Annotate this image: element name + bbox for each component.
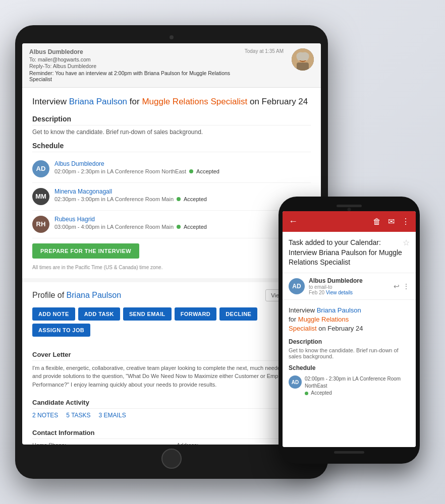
phone-device: ← 🗑 ✉ ⋮ ☆ Task added to your Calendar: I… <box>279 197 420 464</box>
email-reminder: Reminder: You have an interview at 2:00p… <box>29 70 245 82</box>
email-timestamp: Today at 1:35 AM <box>245 48 284 54</box>
email-icon[interactable]: ✉ <box>388 217 395 226</box>
accepted-dot-3 <box>177 225 181 229</box>
profile-candidate-link[interactable]: Briana Paulson <box>67 291 122 299</box>
job-title-link[interactable]: Muggle Relations Specialist <box>142 97 247 106</box>
back-icon[interactable]: ← <box>289 216 298 227</box>
view-details-link[interactable]: View details <box>326 290 353 295</box>
svg-rect-4 <box>297 62 309 71</box>
timezone-note: All times are in the Pacific Time (US & … <box>32 265 311 270</box>
forward-button[interactable]: FORWARD <box>175 307 216 321</box>
schedule-time-2: 02:30pm - 3:00pm in LA Conference Room M… <box>54 196 311 202</box>
decline-button[interactable]: DECLINE <box>219 307 257 321</box>
accepted-dot-2 <box>177 197 181 201</box>
activity-section: Candidate Activity 2 NOTES 5 TASKS 3 EMA… <box>22 395 321 425</box>
schedule-label: Schedule <box>32 142 311 152</box>
schedule-item-2: MM Minerva Macgonagall 02:30pm - 3:00pm … <box>32 183 311 211</box>
toolbar-right-icons: 🗑 ✉ ⋮ <box>373 217 410 226</box>
assign-to-job-button[interactable]: ASSIGN TO JOB <box>32 324 90 337</box>
sender-avatar <box>292 48 314 71</box>
email-to: To: mailer@hogwarts.com <box>29 56 245 62</box>
phone-accepted-dot <box>305 392 308 395</box>
star-icon[interactable]: ☆ <box>403 238 410 247</box>
delete-icon[interactable]: 🗑 <box>373 217 381 226</box>
cover-letter-text: I'm a flexible, energetic, collaborative… <box>32 364 311 389</box>
schedule-avatar-1: AD <box>32 160 49 177</box>
schedule-info-3: Rubeus Hagrid 03:00pm - 4:00pm in LA Con… <box>54 216 311 230</box>
phone-speaker <box>337 205 362 207</box>
schedule-time-1: 02:00pm - 2:30pm in LA Conference Room N… <box>54 168 311 174</box>
phone-sender-meta: to email-to Feb 20 View details <box>309 284 390 295</box>
phone-home-bar[interactable] <box>334 451 364 454</box>
phone-body: Interview Briana Paulson for Muggle Rela… <box>283 300 416 406</box>
notes-link[interactable]: 2 NOTES <box>32 412 58 419</box>
profile-header: Profile of Briana Paulson View Resume <box>32 289 311 301</box>
more-icon[interactable]: ⋮ <box>402 217 410 226</box>
schedule-name-1[interactable]: Albus Dumbledore <box>54 160 311 167</box>
sender-more-icon[interactable]: ⋮ <box>403 282 410 290</box>
phone-email-title: Task added to your Calendar: Interview B… <box>289 238 410 268</box>
tablet-home-button[interactable] <box>161 449 182 469</box>
email-from: Albus Dumbledore <box>29 48 245 55</box>
phone-email-content: ☆ Task added to your Calendar: Interview… <box>283 232 416 447</box>
tablet-camera <box>170 35 174 39</box>
interview-section: Interview Briana Paulson for Muggle Rela… <box>22 88 321 278</box>
accepted-dot-1 <box>189 169 193 173</box>
prepare-interview-button[interactable]: PREPARE FOR THE INTERVIEW <box>32 243 139 259</box>
phone-camera <box>348 208 351 211</box>
reply-icon[interactable]: ↩ <box>394 282 400 290</box>
phone-toolbar: ← 🗑 ✉ ⋮ <box>283 211 416 232</box>
phone-schedule-avatar: AD <box>289 375 302 389</box>
schedule-info-2: Minerva Macgonagall 02:30pm - 3:00pm in … <box>54 188 311 202</box>
phone-sender-name: Albus Dumbledore <box>309 277 390 284</box>
emails-link[interactable]: 3 EMAILS <box>99 412 126 419</box>
profile-section: Profile of Briana Paulson View Resume AD… <box>22 282 321 351</box>
phone-screen: ← 🗑 ✉ ⋮ ☆ Task added to your Calendar: I… <box>283 211 416 447</box>
description-text: Get to know the candidate. Brief run-dow… <box>32 129 311 136</box>
add-task-button[interactable]: ADD TASK <box>78 307 120 321</box>
phone-job-link[interactable]: Muggle Relations <box>298 316 349 323</box>
phone-sender-row: AD Albus Dumbledore to email-to Feb 20 V… <box>283 273 416 300</box>
cover-letter-label: Cover Letter <box>32 351 311 361</box>
phone-candidate-link[interactable]: Briana Paulson <box>317 306 361 314</box>
phone-schedule-text: 02:00pm - 2:30pm in LA Conference Room N… <box>305 375 410 397</box>
email-body: Interview Briana Paulson for Muggle Rela… <box>22 88 321 445</box>
send-email-button[interactable]: SEND EMAIL <box>123 307 172 321</box>
tasks-link[interactable]: 5 TASKS <box>66 412 90 419</box>
activity-label: Candidate Activity <box>32 399 311 409</box>
tablet-screen: Albus Dumbledore To: mailer@hogwarts.com… <box>22 43 321 445</box>
cover-letter-section: Cover Letter I'm a flexible, energetic, … <box>22 351 321 395</box>
phone-sender-info: Albus Dumbledore to email-to Feb 20 View… <box>309 277 390 295</box>
schedule-name-3[interactable]: Rubeus Hagrid <box>54 216 311 223</box>
schedule-avatar-3: RH <box>32 216 49 233</box>
phone-sender-actions: ↩ ⋮ <box>394 282 410 290</box>
contact-label: Contact Information <box>32 429 311 439</box>
add-note-button[interactable]: ADD NOTE <box>32 307 75 321</box>
phone-job-link-2[interactable]: Specialist <box>289 325 317 332</box>
contact-section: Contact Information Home Phone: Address:… <box>22 425 321 445</box>
phone-email-header: ☆ Task added to your Calendar: Interview… <box>283 232 416 273</box>
email-header: Albus Dumbledore To: mailer@hogwarts.com… <box>22 43 321 88</box>
phone-schedule-label: Schedule <box>289 364 410 371</box>
schedule-info-1: Albus Dumbledore 02:00pm - 2:30pm in LA … <box>54 160 311 174</box>
phone-sender-avatar: AD <box>289 278 305 294</box>
schedule-time-3: 03:00pm - 4:00pm in LA Conference Room M… <box>54 224 311 230</box>
activity-links: 2 NOTES 5 TASKS 3 EMAILS <box>32 412 311 419</box>
action-buttons: ADD NOTE ADD TASK SEND EMAIL FORWARD DEC… <box>32 307 311 337</box>
schedule-avatar-2: MM <box>32 188 49 205</box>
interview-title: Interview Briana Paulson for Muggle Rela… <box>32 96 311 108</box>
schedule-item-1: AD Albus Dumbledore 02:00pm - 2:30pm in … <box>32 155 311 183</box>
section-divider <box>22 278 321 282</box>
phone-interview-title: Interview Briana Paulson for Muggle Rela… <box>289 306 410 334</box>
scene: Albus Dumbledore To: mailer@hogwarts.com… <box>0 0 445 504</box>
email-reply-to: Reply-To: Albus Dumbledore <box>29 63 245 69</box>
schedule-item-3: RH Rubeus Hagrid 03:00pm - 4:00pm in LA … <box>32 211 311 238</box>
phone-description-text: Get to know the candidate. Brief run-dow… <box>289 347 410 359</box>
phone-description-label: Description <box>289 338 410 345</box>
home-phone-label: Home Phone: <box>32 442 166 445</box>
profile-title: Profile of Briana Paulson <box>32 291 121 300</box>
schedule-name-2[interactable]: Minerva Macgonagall <box>54 188 311 195</box>
candidate-name-link[interactable]: Briana Paulson <box>69 97 127 106</box>
description-label: Description <box>32 115 311 125</box>
phone-schedule-item: AD 02:00pm - 2:30pm in LA Conference Roo… <box>289 375 410 397</box>
